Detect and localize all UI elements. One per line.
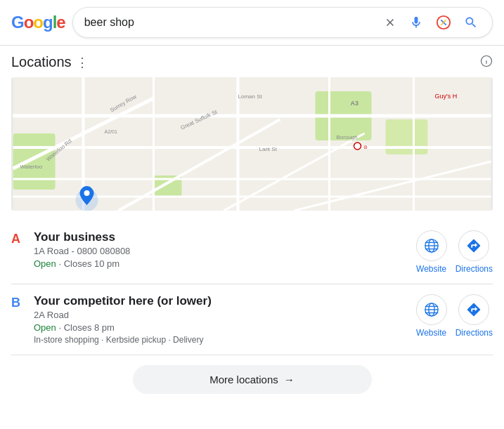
website-label-b: Website	[416, 328, 446, 338]
directions-action-a[interactable]: Directions	[455, 230, 493, 274]
directions-label-b: Directions	[455, 328, 493, 338]
search-input-wrap[interactable]	[72, 7, 493, 38]
card-name-a: Your business	[34, 230, 408, 244]
card-label-b: B	[11, 296, 28, 310]
svg-rect-9	[386, 119, 428, 154]
close-time-b: · Closes 8 pm	[58, 322, 114, 333]
card-actions-a: Website Directions	[416, 230, 493, 274]
more-locations-button[interactable]: More locations →	[133, 365, 372, 394]
card-label-a: A	[11, 232, 28, 246]
close-icon	[384, 16, 396, 29]
more-options-icon[interactable]: ⋮	[76, 55, 89, 70]
map-image: Surrey Row Great Suffolk St Waterloo Rd …	[11, 77, 493, 211]
website-action-a[interactable]: Website	[416, 230, 447, 274]
website-circle-a	[416, 230, 447, 261]
svg-text:⊝: ⊝	[363, 145, 368, 150]
arrow-icon: →	[284, 374, 295, 385]
directions-action-b[interactable]: Directions	[455, 294, 493, 338]
card-info-a: Your business 1A Road - 0800 080808 Open…	[34, 230, 408, 269]
locations-title: Locations	[11, 54, 72, 70]
svg-text:Guy's H: Guy's H	[435, 93, 458, 100]
svg-text:A2/01: A2/01	[105, 129, 117, 134]
more-locations-label: More locations	[209, 374, 278, 385]
main-content: Locations ⋮	[0, 46, 504, 409]
svg-text:Loman St: Loman St	[238, 93, 263, 100]
lens-button[interactable]	[433, 12, 454, 33]
website-circle-b	[416, 294, 447, 325]
svg-point-37	[84, 190, 90, 196]
card-status-b: Open · Closes 8 pm	[34, 322, 408, 333]
svg-text:Borough: Borough	[337, 134, 358, 140]
search-button[interactable]	[461, 13, 481, 32]
microphone-icon	[409, 15, 423, 29]
card-status-a: Open · Closes 10 pm	[34, 258, 408, 269]
more-locations-wrap: More locations →	[11, 355, 493, 401]
svg-text:Lant St: Lant St	[259, 146, 278, 152]
location-card-b: B Your competitor here (or lower) 2A Roa…	[11, 284, 493, 355]
card-name-b: Your competitor here (or lower)	[34, 294, 408, 308]
location-card-a: A Your business 1A Road - 0800 080808 Op…	[11, 220, 493, 284]
search-input[interactable]	[84, 16, 375, 29]
info-icon[interactable]	[480, 55, 493, 70]
directions-circle-b	[458, 294, 489, 325]
search-icons	[381, 12, 481, 33]
directions-icon-b	[466, 302, 482, 317]
website-label-a: Website	[416, 264, 446, 274]
card-info-b: Your competitor here (or lower) 2A Road …	[34, 294, 408, 345]
card-address-a: 1A Road - 0800 080808	[34, 246, 408, 256]
close-time-a: · Closes 10 pm	[58, 258, 119, 269]
svg-text:A3: A3	[351, 100, 359, 107]
directions-icon-a	[466, 238, 482, 253]
open-status-a: Open	[34, 258, 56, 269]
card-address-b: 2A Road	[34, 310, 408, 320]
map-container[interactable]: Surrey Row Great Suffolk St Waterloo Rd …	[11, 77, 493, 211]
locations-header: Locations ⋮	[11, 54, 493, 70]
google-logo: Google	[11, 13, 65, 32]
globe-icon-b	[424, 302, 439, 317]
open-status-b: Open	[34, 322, 56, 333]
lens-icon	[436, 15, 451, 30]
card-actions-b: Website Directions	[416, 294, 493, 338]
card-features-b: In-store shopping · Kerbside pickup · De…	[34, 335, 408, 345]
clear-button[interactable]	[381, 13, 399, 32]
directions-circle-a	[458, 230, 489, 261]
svg-text:Waterloo: Waterloo	[20, 164, 43, 170]
svg-point-34	[354, 143, 361, 150]
website-action-b[interactable]: Website	[416, 294, 447, 338]
directions-label-a: Directions	[455, 264, 493, 274]
voice-search-button[interactable]	[406, 13, 426, 32]
search-bar: Google	[0, 0, 504, 46]
globe-icon-a	[424, 238, 439, 253]
search-icon	[464, 15, 478, 29]
